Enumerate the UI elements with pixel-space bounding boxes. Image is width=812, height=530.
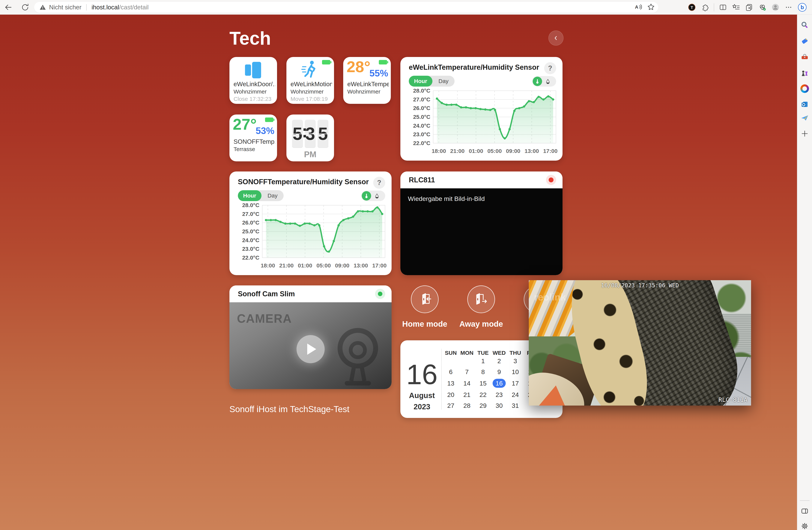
more-menu-icon[interactable] (784, 3, 793, 12)
warning-icon[interactable] (39, 4, 46, 11)
bing-chat-icon[interactable]: b (797, 2, 807, 12)
sidebar-drop-icon[interactable] (800, 113, 810, 123)
url-divider (86, 4, 87, 11)
thermometer-icon[interactable] (533, 77, 542, 86)
play-button[interactable] (296, 335, 325, 363)
calendar-day[interactable]: 2 (493, 356, 506, 366)
calendar-day[interactable]: 8 (477, 367, 490, 376)
calendar-day[interactable]: 23 (493, 390, 506, 399)
help-button[interactable]: ? (373, 177, 385, 189)
tile-title: eWeLinkMotion... (291, 80, 332, 88)
clock-tile[interactable]: 5 3 5 : PM (286, 115, 334, 161)
calendar-day-selected[interactable]: 16 (493, 379, 506, 388)
mode-button-away-mode[interactable]: Away mode (453, 285, 509, 328)
play-icon (307, 343, 316, 355)
svg-text:09:00: 09:00 (506, 148, 520, 154)
dashboard-back-button[interactable] (549, 31, 563, 46)
motion-sensor-icon (300, 59, 320, 79)
calendar-day[interactable]: 21 (460, 390, 474, 399)
calendar-day[interactable]: 24 (509, 390, 522, 399)
thermometer-icon[interactable] (362, 191, 371, 201)
refresh-icon[interactable] (20, 2, 30, 12)
calendar-day[interactable]: 10 (509, 367, 522, 376)
calendar-day[interactable]: 30 (493, 401, 506, 410)
svg-text:25.0°C: 25.0°C (242, 228, 259, 234)
toolbar-right-icons: Tb (687, 0, 807, 15)
humidity-drop-icon[interactable] (372, 191, 382, 201)
url-path[interactable]: /cast/detail (119, 4, 149, 11)
calendar-day[interactable]: 28 (460, 401, 474, 410)
favorites-hub-icon[interactable] (732, 3, 740, 12)
sidebar-toolbox-icon[interactable] (800, 52, 810, 62)
sidebar-settings-icon[interactable] (800, 521, 810, 530)
split-screen-icon[interactable] (719, 3, 727, 12)
calendar-day[interactable]: 20 (444, 390, 458, 399)
browser-essentials-icon[interactable] (758, 3, 767, 12)
clock-colon: : (302, 121, 305, 142)
calendar-day[interactable]: 29 (477, 401, 490, 410)
tile-status: Move 17:08:19 (291, 96, 332, 102)
temperature-tile-living[interactable]: 28° 55% eWeLinkTempe... Wohnzimmer (343, 57, 391, 104)
calendar-day[interactable]: 27 (444, 401, 458, 410)
sidebar-search-icon[interactable] (800, 20, 810, 30)
svg-text:05:00: 05:00 (316, 262, 331, 268)
calendar-day[interactable]: 14 (460, 379, 474, 388)
url-host[interactable]: ihost.local (91, 4, 119, 11)
sidebar-sidebar-panel-icon[interactable] (800, 506, 810, 516)
svg-text:17:00: 17:00 (372, 262, 387, 268)
profile-avatar[interactable] (771, 3, 780, 12)
tile-room: Terrasse (234, 146, 275, 152)
battery-icon (379, 60, 387, 64)
read-aloud-icon[interactable]: A (634, 3, 642, 12)
calendar-day[interactable]: 15 (477, 379, 490, 388)
tile-title: eWeLinkDoor/... (234, 80, 275, 88)
back-icon[interactable] (3, 2, 13, 12)
mode-label: Home mode (397, 320, 453, 328)
svg-text:b: b (800, 4, 804, 10)
calendar-day[interactable]: 9 (493, 367, 506, 376)
calendar-month: August (406, 391, 438, 400)
calendar-day[interactable]: 3 (509, 356, 522, 366)
tile-title: eWeLinkTempe... (347, 80, 389, 88)
sidebar-divider (800, 500, 810, 501)
security-label[interactable]: Nicht sicher (49, 4, 81, 11)
help-button[interactable]: ? (544, 62, 556, 74)
collections-icon[interactable] (745, 3, 754, 12)
favorite-star-icon[interactable] (647, 3, 655, 12)
extensions-icon[interactable] (701, 3, 709, 12)
camera-watermark: CAMERA (237, 312, 292, 325)
mode-label: Away mode (453, 320, 509, 328)
tile-room: Wohnzimmer (347, 88, 389, 95)
sonoff-cam-video-area[interactable]: CAMERA (229, 302, 392, 389)
mode-button-home-mode[interactable]: Home mode (397, 285, 453, 328)
calendar-day[interactable]: 6 (444, 367, 458, 376)
humidity-drop-icon[interactable] (543, 77, 553, 86)
extension-t-icon[interactable]: T (687, 3, 696, 12)
calendar-day[interactable]: 13 (444, 379, 458, 388)
calendar-year: 2023 (406, 402, 438, 411)
sidebar-microsoft-365-icon[interactable] (800, 84, 810, 94)
calendar-day[interactable]: 17 (509, 379, 522, 388)
flip-clock: 5 3 5 : (292, 120, 329, 148)
rlc811-video-area[interactable]: Wiedergabe mit Bild-in-Bild (401, 188, 563, 275)
webcam-icon (334, 326, 381, 387)
temperature-tile-terrace[interactable]: 27° 53% SONOFFTemp... Terrasse (229, 115, 277, 161)
calendar-day[interactable]: 7 (460, 367, 474, 376)
sidebar-add-icon[interactable] (800, 129, 810, 139)
address-bar[interactable]: Nicht sicher ihost.local/cast/detail A (34, 2, 658, 13)
door-sensor-tile[interactable]: eWeLinkDoor/... Wohnzimmer Close 17:32:2… (229, 57, 277, 104)
temperature-chart: 28.0°C27.0°C26.0°C25.0°C24.0°C23.0°C22.0… (229, 200, 392, 275)
pip-camera-window[interactable]: 16/08/2023 17:35:06 WED reolink RLC-811A (529, 280, 751, 406)
chart-card-title: SONOFFTemperature/Humidity Sensor (238, 178, 369, 186)
calendar-day[interactable]: 22 (477, 390, 490, 399)
door-enter-icon (418, 292, 432, 307)
calendar-day[interactable]: 31 (509, 401, 522, 410)
tile-status: Close 17:32:23 (234, 96, 275, 102)
tile-room: Wohnzimmer (234, 88, 275, 95)
temperature-value: 27° (233, 115, 257, 133)
sidebar-shopping-icon[interactable] (800, 36, 810, 46)
motion-sensor-tile[interactable]: eWeLinkMotion... Wohnzimmer Move 17:08:1… (286, 57, 334, 104)
calendar-day[interactable]: 1 (477, 356, 490, 366)
sidebar-outlook-icon[interactable] (800, 99, 810, 109)
sidebar-games-icon[interactable] (800, 68, 810, 78)
